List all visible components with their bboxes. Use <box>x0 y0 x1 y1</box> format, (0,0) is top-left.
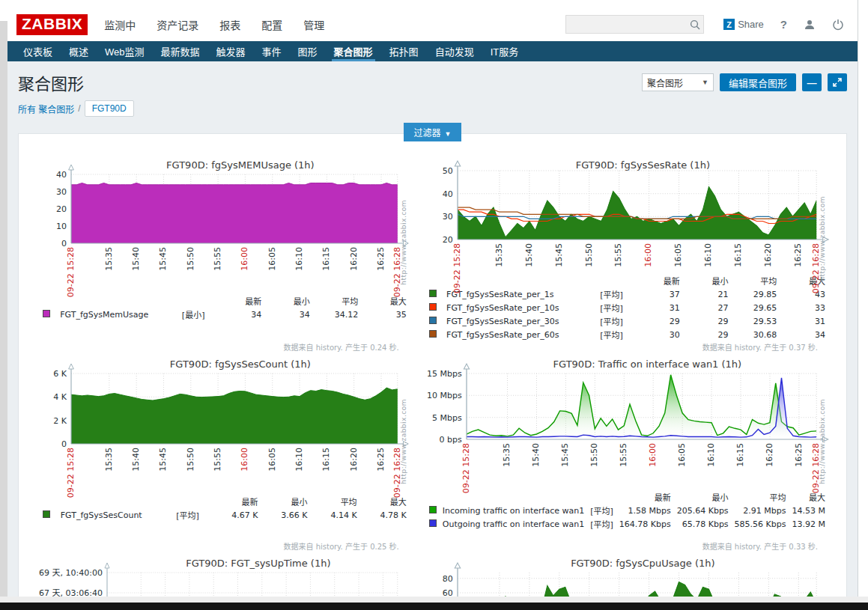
series-stat-value: 14.53 M <box>789 504 828 517</box>
x-axis-label: 15:35 <box>104 247 114 271</box>
y-axis-label: 0 bps <box>440 436 462 444</box>
series-stat-value: 34.12 <box>313 308 362 321</box>
sub-menu: 仪表板 概述 Web监测 最新数据 触发器 事件 图形 聚合图形 拓扑图 自动发… <box>7 41 858 61</box>
chart-title: FGT90D: FGT_sysUpTime (1h) <box>107 558 410 573</box>
graph-generation-note: 数据来自 history. 产生于 0.25 秒. <box>37 540 410 552</box>
help-button[interactable]: ? <box>780 18 787 31</box>
x-axis-label: 16:25 <box>376 448 386 472</box>
logout-icon[interactable] <box>832 19 844 31</box>
graph-image[interactable]: 15 Mbps10 Mbps5 Mbps0 bpshttp://www.zabb… <box>467 373 816 439</box>
x-axis-label: 15:55 <box>619 443 628 467</box>
user-profile-icon[interactable] <box>804 19 816 31</box>
zabbix-share-icon: Z <box>723 19 735 30</box>
subnav-latest-data[interactable]: 最新数据 <box>153 41 208 61</box>
x-axis-label: 16:15 <box>735 443 745 467</box>
series-name: FGT_fgSysSesRate_per_30s <box>443 314 597 328</box>
x-axis-label: 15:45 <box>158 448 168 472</box>
screen-panel: FGT90D: fgSysMEMUsage (1h)403020100http:… <box>18 133 847 603</box>
x-axis-label: 16:00 <box>240 247 249 271</box>
graph-image[interactable]: 6 K4 K2 K0http://www.zabbix.com <box>71 373 398 444</box>
x-axis-label: 16:20 <box>763 243 773 267</box>
series-color-swatch <box>429 519 437 527</box>
menu-inventory[interactable]: 资产记录 <box>157 17 198 43</box>
series-name: FGT_fgSysSesRate_per_1s <box>443 287 597 301</box>
subnav-dashboard[interactable]: 仪表板 <box>15 41 61 61</box>
x-axis-label: 15:50 <box>186 448 195 472</box>
screen-select[interactable]: 聚合图形 ▼ <box>642 73 714 91</box>
series-function: [平均] <box>587 517 616 531</box>
search-input[interactable] <box>571 19 690 31</box>
fullscreen-button[interactable] <box>828 73 847 91</box>
series-function: [最小] <box>179 308 216 321</box>
series-stat-value: 3.66 K <box>261 508 310 522</box>
legend-header: 最小 <box>264 294 313 308</box>
chevron-down-icon: ▼ <box>702 79 708 86</box>
breadcrumb-current-screen[interactable]: FGT90D <box>85 100 134 117</box>
y-axis-label: 30 <box>56 188 67 196</box>
legend-header: 最新 <box>634 274 683 287</box>
x-axis-label: 09-22 16:28 <box>392 448 402 498</box>
series-name: FGT_fgSysSesRate_per_10s <box>443 301 597 314</box>
x-axis-label: 15:50 <box>589 443 599 467</box>
chart-cell: FGT90D: fgSysCpuUsage (1h)806040 <box>419 558 833 603</box>
series-function: [平均] <box>597 314 634 328</box>
series-stat-value: 29.85 <box>732 287 780 301</box>
edit-screen-button[interactable]: 编辑聚合图形 <box>720 73 796 91</box>
legend-header: 最新 <box>216 294 265 308</box>
chart-title: FGT90D: fgSysSesCount (1h) <box>71 359 410 373</box>
subnav-screens[interactable]: 聚合图形 <box>326 41 381 61</box>
series-name: Incoming traffic on interface wan1 <box>440 504 587 517</box>
series-stat-value: 31 <box>634 301 683 314</box>
menu-configuration[interactable]: 配置 <box>261 17 282 43</box>
share-label: Share <box>738 19 764 30</box>
graph-image[interactable]: 403020100http://www.zabbix.com <box>71 174 398 243</box>
series-stat-value: 35 <box>361 308 410 321</box>
graph-legend: 最新最小平均最大Incoming traffic on interface wa… <box>426 490 828 531</box>
graph-generation-note: 数据来自 history. 产生于 0.37 秒. <box>423 341 828 353</box>
chart-cell: FGT90D: fgSysSesCount (1h)6 K4 K2 K0http… <box>32 359 414 552</box>
menu-monitoring[interactable]: 监测中 <box>104 17 136 43</box>
zabbix-logo[interactable]: ZABBIX <box>16 14 88 35</box>
chart-cell: FGT90D: FGT_sysUpTime (1h)69 天, 10:40:00… <box>32 558 414 603</box>
x-axis-label: 09-22 15:28 <box>452 243 462 293</box>
legend-header: 最大 <box>789 490 828 504</box>
subnav-web[interactable]: Web监测 <box>97 41 153 61</box>
subnav-it-services[interactable]: IT服务 <box>482 41 527 61</box>
series-function: [平均] <box>597 328 634 341</box>
y-axis-label: 5 Mbps <box>432 414 462 422</box>
subnav-events[interactable]: 事件 <box>254 41 290 61</box>
series-stat-value: 29.53 <box>732 314 780 328</box>
chart-title: FGT90D: fgSysSesRate (1h) <box>458 159 828 171</box>
subnav-discovery[interactable]: 自动发现 <box>427 41 482 61</box>
collapse-button[interactable]: — <box>802 73 822 91</box>
legend-row: FGT_fgSysSesRate_per_60s[平均]302930.6834 <box>426 328 828 341</box>
series-name: FGT_fgSysMemUsage <box>57 308 179 321</box>
search-icon[interactable] <box>690 19 700 30</box>
x-axis-label: 16:20 <box>765 443 774 467</box>
subnav-graphs[interactable]: 图形 <box>290 41 326 61</box>
legend-row: Outgoing traffic on interface wan1[平均]16… <box>426 517 828 531</box>
subnav-overview[interactable]: 概述 <box>61 41 97 61</box>
series-stat-value: 29.65 <box>732 301 780 314</box>
series-stat-value: 37 <box>634 287 683 301</box>
filter-toggle-button[interactable]: 过滤器▼ <box>404 123 462 141</box>
menu-administration[interactable]: 管理 <box>303 17 324 43</box>
graph-image[interactable]: 50403020http://www.zabbix.com <box>458 171 816 240</box>
legend-row: FGT_fgSysSesRate_per_30s[平均]292929.5331 <box>426 314 828 328</box>
page-content: 聚合图形 聚合图形 ▼ 编辑聚合图形 — 所有 聚合图形 / FGT90D 过滤… <box>7 61 858 603</box>
menu-reports[interactable]: 报表 <box>219 17 240 43</box>
x-axis-label: 09-22 15:28 <box>66 247 76 297</box>
series-color-swatch <box>429 303 437 311</box>
subnav-maps[interactable]: 拓扑图 <box>381 41 427 61</box>
charts-grid: FGT90D: fgSysMEMUsage (1h)403020100http:… <box>32 159 833 603</box>
subnav-triggers[interactable]: 触发器 <box>208 41 254 61</box>
graph-legend: 最新最小平均最大FGT_fgSysMemUsage[最小]343434.1235 <box>40 294 410 321</box>
x-axis-label: 16:10 <box>294 247 304 271</box>
share-link[interactable]: Z Share <box>723 19 764 30</box>
x-axis-label: 09-22 16:28 <box>392 247 402 297</box>
legend-header: 平均 <box>313 294 362 308</box>
y-axis-label: 69 天, 10:40:00 <box>39 569 103 577</box>
series-stat-value: 33 <box>780 301 828 314</box>
breadcrumb-all-screens[interactable]: 所有 聚合图形 <box>18 103 74 115</box>
breadcrumb: 所有 聚合图形 / FGT90D <box>18 100 847 117</box>
